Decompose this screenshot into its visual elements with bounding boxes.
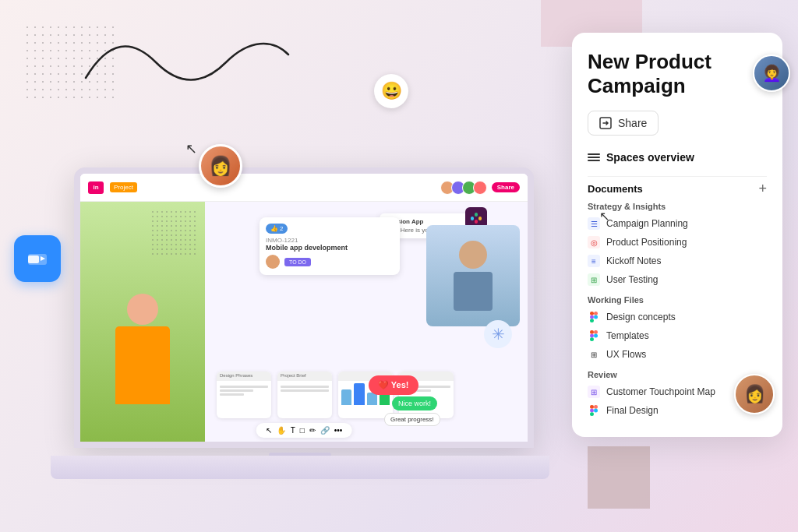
svg-rect-19 (594, 405, 598, 409)
like-badge: 👍 2 (266, 224, 288, 234)
spaces-overview[interactable]: Spaces overview (588, 146, 767, 168)
svg-rect-18 (590, 405, 594, 409)
svg-point-12 (594, 315, 598, 319)
customer-touchpoint-icon: ⊞ (588, 386, 600, 398)
mini-card-1: Design Phrases (217, 372, 271, 418)
dot-overlay (150, 210, 197, 256)
svg-rect-5 (478, 217, 482, 220)
screen-header-right: Share (443, 181, 520, 195)
svg-point-17 (594, 334, 598, 338)
doc-user-testing[interactable]: ⊞ User Testing (588, 270, 767, 289)
doc-templates[interactable]: Templates (588, 326, 767, 345)
screen-main: InVision App Hey! Here is your freehand … (80, 202, 528, 442)
svg-rect-4 (475, 213, 478, 217)
svg-rect-2 (28, 255, 39, 263)
svg-rect-6 (475, 220, 478, 224)
great-progress-bubble: Great progress! (384, 413, 440, 426)
campaign-planning-icon: ☰ (588, 217, 600, 230)
svg-rect-14 (594, 330, 598, 334)
squiggle-decoration (78, 31, 296, 93)
panel-title: New Product Campaign (588, 50, 767, 98)
toolbar-link[interactable]: 🔗 (320, 426, 330, 435)
product-positioning-icon: ◎ (588, 236, 600, 248)
asterisk-badge: ✳ (484, 320, 512, 348)
laptop: in Project Share (51, 167, 549, 479)
invision-logo: in (88, 181, 104, 194)
svg-rect-16 (590, 338, 594, 342)
screen-header: in Project Share (80, 174, 528, 202)
canvas-area: InVision App Hey! Here is your freehand … (213, 210, 520, 434)
documents-title: Documents (588, 183, 643, 195)
svg-rect-8 (590, 312, 594, 315)
bar-2 (354, 383, 364, 405)
screen-photo-left (80, 202, 205, 442)
strategy-insights-title: Strategy & Insights (588, 202, 767, 211)
doc-product-positioning[interactable]: ◎ Product Positioning (588, 233, 767, 252)
documents-section-header: Documents + (588, 181, 767, 196)
svg-rect-9 (594, 312, 598, 315)
yes-bubble: ❤️ Yes! (369, 375, 418, 395)
user-testing-icon: ⊞ (588, 273, 600, 286)
screen-photo-right (426, 225, 520, 326)
mini-card-header-2: Project Brief (277, 372, 332, 381)
task-card: 👍 2 INMO-1221 Mobile app development TO … (260, 217, 400, 275)
emoji-badge: 😀 (374, 74, 408, 108)
toolbar-text[interactable]: T (291, 426, 295, 435)
templates-icon (588, 329, 600, 342)
bottom-cards: Design Phrases Project Brief (213, 372, 520, 418)
bar-1 (341, 389, 351, 405)
mini-card-2: Project Brief (277, 372, 332, 418)
doc-kickoff-notes[interactable]: ≡ Kickoff Notes (588, 252, 767, 270)
task-id: INMO-1221 (266, 237, 394, 244)
svg-rect-15 (590, 334, 594, 338)
nice-work-bubble: Nice work! (392, 396, 437, 410)
svg-rect-20 (590, 409, 594, 413)
toolbar-cursor[interactable]: ↖ (266, 426, 272, 435)
svg-rect-3 (471, 217, 474, 220)
task-card-header: 👍 2 (266, 224, 394, 234)
final-design-icon (588, 404, 600, 417)
avatar-floating: 👩 (199, 144, 242, 188)
hamburger-icon (588, 153, 600, 161)
svg-rect-21 (590, 413, 594, 417)
cursor-panel-icon: ↖ (599, 209, 609, 224)
doc-design-concepts[interactable]: Design concepts (588, 308, 767, 326)
toolbar-pen[interactable]: ✏ (309, 426, 316, 435)
working-files-title: Working Files (588, 295, 767, 305)
folder-badge: Project (110, 182, 137, 192)
doc-ux-flows[interactable]: ⊞ UX Flows (588, 345, 767, 364)
zoom-icon (14, 235, 61, 282)
cursor-icon: ↖ (185, 140, 197, 157)
deco-rect-bottom (588, 446, 650, 509)
mini-card-header-1: Design Phrases (217, 372, 271, 381)
laptop-base (51, 456, 549, 479)
svg-rect-11 (590, 319, 594, 323)
svg-point-22 (594, 409, 598, 413)
svg-rect-13 (590, 330, 594, 334)
divider-1 (588, 176, 767, 177)
add-document-button[interactable]: + (758, 181, 767, 196)
toolbar-rect[interactable]: □ (300, 426, 305, 435)
toolbar-move[interactable]: ✋ (277, 426, 286, 435)
share-icon (599, 117, 612, 129)
toolbar-more[interactable]: ••• (334, 426, 343, 435)
ux-flows-icon: ⊞ (588, 348, 600, 361)
review-title: Review (588, 370, 767, 379)
screen-toolbar: ↖ ✋ T □ ✏ 🔗 ••• (256, 423, 352, 438)
task-title: Mobile app development (266, 244, 394, 252)
status-badge: TO DO (284, 258, 311, 266)
avatar-row (443, 181, 487, 195)
design-concepts-icon (588, 311, 600, 323)
kickoff-notes-icon: ≡ (588, 255, 600, 267)
screen-content: in Project Share (80, 174, 528, 442)
share-button[interactable]: Share (588, 111, 659, 136)
doc-campaign-planning[interactable]: ☰ Campaign Planning (588, 214, 767, 233)
svg-rect-10 (590, 315, 594, 319)
avatar-top-right: 👩‍🦱 (753, 55, 790, 92)
mini-avatar-4 (473, 181, 487, 195)
screen-share-btn[interactable]: Share (492, 182, 520, 192)
avatar-bottom-right: 👩 (734, 374, 775, 414)
person-photo (80, 202, 205, 442)
laptop-screen: in Project Share (74, 167, 534, 448)
screen-right: InVision App Hey! Here is your freehand … (205, 202, 528, 442)
